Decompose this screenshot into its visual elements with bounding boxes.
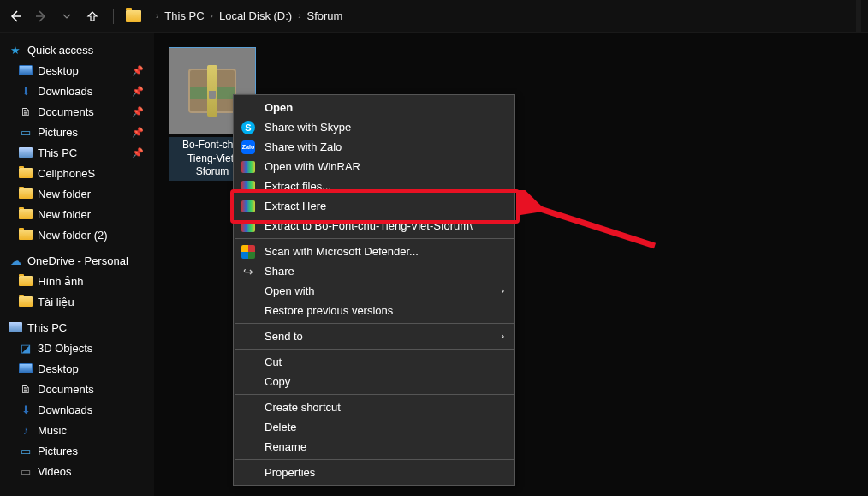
- sidebar-item-this-pc[interactable]: This PC📌: [3, 142, 151, 163]
- sidebar-this-pc[interactable]: This PC: [3, 317, 151, 338]
- pin-icon: 📌: [132, 86, 144, 97]
- separator: [113, 9, 114, 24]
- ctx-send-to[interactable]: Send to›: [234, 326, 514, 346]
- label: Videos: [38, 465, 72, 478]
- pc-icon: [19, 147, 33, 158]
- label: Quick access: [27, 44, 93, 57]
- 3d-objects-icon: ◪: [19, 342, 33, 354]
- blank-icon: [241, 420, 256, 435]
- blank-icon: [241, 355, 256, 370]
- label: Desktop: [38, 362, 79, 375]
- recent-dropdown[interactable]: [58, 8, 75, 25]
- ctx-create-shortcut[interactable]: Create shortcut: [234, 397, 514, 417]
- address-bar: › This PC › Local Disk (D:) › Sforum: [0, 0, 868, 33]
- back-button[interactable]: [7, 8, 24, 25]
- ctx-extract-to[interactable]: Extract to Bo-Font-chu-Tieng-Viet-Sforum…: [234, 216, 514, 236]
- separator: [235, 238, 514, 239]
- blank-icon: [241, 303, 256, 319]
- chevron-right-icon: ›: [298, 11, 300, 21]
- ctx-share-zalo[interactable]: ZaloShare with Zalo: [234, 137, 514, 157]
- label: Desktop: [38, 64, 79, 77]
- ctx-open[interactable]: Open: [234, 98, 514, 117]
- ctx-copy[interactable]: Copy: [234, 372, 514, 391]
- defender-icon: [241, 244, 256, 260]
- label: Documents: [38, 383, 94, 396]
- desktop-icon: [19, 65, 33, 75]
- sidebar-item-new-folder[interactable]: New folder: [3, 204, 151, 224]
- sidebar-quick-access[interactable]: ★Quick access: [3, 39, 151, 60]
- crumb-sforum[interactable]: Sforum: [307, 9, 343, 22]
- label: Music: [38, 424, 67, 437]
- separator: [235, 459, 514, 460]
- chevron-right-icon: ›: [502, 332, 504, 341]
- star-icon: ★: [9, 44, 22, 56]
- breadcrumb[interactable]: › This PC › Local Disk (D:) › Sforum: [153, 9, 342, 22]
- context-menu: Open SShare with Skype ZaloShare with Za…: [233, 94, 515, 486]
- crumb-this-pc[interactable]: This PC: [164, 9, 204, 22]
- sidebar-item-desktop[interactable]: Desktop📌: [3, 60, 151, 81]
- sidebar-item-pictures[interactable]: ▭Pictures: [3, 440, 151, 461]
- chevron-right-icon: ›: [211, 11, 213, 21]
- documents-icon: 🗎: [19, 105, 33, 117]
- ctx-open-with[interactable]: Open with›: [234, 281, 514, 301]
- blank-icon: [241, 400, 256, 415]
- location-folder-icon[interactable]: [126, 10, 141, 22]
- rar-archive-icon: [188, 69, 236, 113]
- winrar-icon: [241, 179, 256, 194]
- blank-icon: [241, 465, 256, 481]
- pictures-icon: ▭: [19, 126, 33, 138]
- sidebar-item-videos[interactable]: ▭Videos: [3, 461, 151, 481]
- forward-button[interactable]: [33, 8, 50, 25]
- label: Pictures: [38, 126, 78, 139]
- music-icon: ♪: [19, 424, 33, 436]
- documents-icon: 🗎: [19, 383, 33, 395]
- ctx-restore[interactable]: Restore previous versions: [234, 301, 514, 320]
- label: Hình ảnh: [38, 275, 84, 288]
- crumb-local-disk[interactable]: Local Disk (D:): [219, 9, 292, 22]
- pictures-icon: ▭: [19, 445, 33, 457]
- sidebar-item-downloads[interactable]: ⬇Downloads📌: [3, 81, 151, 101]
- folder-icon: [19, 276, 33, 286]
- ctx-cut[interactable]: Cut: [234, 352, 514, 372]
- sidebar-item-documents[interactable]: 🗎Documents: [3, 379, 151, 399]
- pin-icon: 📌: [132, 147, 144, 158]
- sidebar-item-new-folder-2[interactable]: New folder (2): [3, 224, 151, 245]
- separator: [235, 394, 514, 395]
- ctx-defender[interactable]: Scan with Microsoft Defender...: [234, 242, 514, 261]
- sidebar-item-cellphones[interactable]: CellphoneS: [3, 163, 151, 183]
- sidebar-item-music[interactable]: ♪Music: [3, 420, 151, 440]
- ctx-properties[interactable]: Properties: [234, 463, 514, 482]
- folder-icon: [19, 188, 33, 199]
- sidebar-item-tai-lieu[interactable]: Tài liệu: [3, 291, 151, 312]
- ctx-open-winrar[interactable]: Open with WinRAR: [234, 157, 514, 176]
- ctx-rename[interactable]: Rename: [234, 437, 514, 457]
- share-icon: ↪: [241, 264, 256, 279]
- sidebar-onedrive[interactable]: ☁OneDrive - Personal: [3, 250, 151, 271]
- sidebar-item-pictures[interactable]: ▭Pictures📌: [3, 122, 151, 142]
- downloads-icon: ⬇: [19, 403, 33, 415]
- sidebar-item-hinh-anh[interactable]: Hình ảnh: [3, 271, 151, 291]
- label: New folder: [38, 208, 91, 221]
- ctx-delete[interactable]: Delete: [234, 417, 514, 437]
- label: This PC: [27, 321, 67, 334]
- label: OneDrive - Personal: [27, 254, 128, 267]
- ctx-extract-here[interactable]: Extract Here: [234, 196, 514, 216]
- folder-icon: [19, 168, 33, 178]
- label: Documents: [38, 105, 94, 118]
- chevron-right-icon: ›: [156, 11, 158, 21]
- cloud-icon: ☁: [9, 254, 22, 266]
- pin-icon: 📌: [132, 106, 144, 117]
- sidebar-item-documents[interactable]: 🗎Documents📌: [3, 101, 151, 122]
- sidebar-item-new-folder[interactable]: New folder: [3, 183, 151, 204]
- sidebar-item-downloads[interactable]: ⬇Downloads: [3, 399, 151, 420]
- ctx-extract-files[interactable]: Extract files...: [234, 176, 514, 196]
- sidebar-item-3d-objects[interactable]: ◪3D Objects: [3, 338, 151, 358]
- sidebar-item-desktop[interactable]: Desktop: [3, 358, 151, 379]
- up-button[interactable]: [84, 8, 101, 25]
- blank-icon: [241, 100, 256, 116]
- ctx-share[interactable]: ↪Share: [234, 261, 514, 281]
- winrar-icon: [241, 199, 256, 214]
- winrar-icon: [241, 159, 256, 175]
- zalo-icon: Zalo: [241, 140, 256, 155]
- ctx-share-skype[interactable]: SShare with Skype: [234, 117, 514, 137]
